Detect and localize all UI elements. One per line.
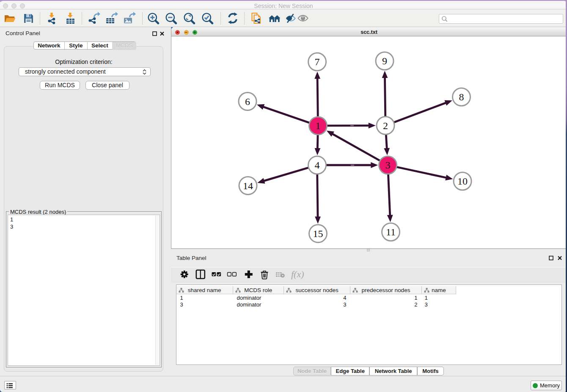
svg-text:9: 9	[382, 55, 387, 66]
svg-text:3: 3	[385, 160, 391, 171]
svg-text:1: 1	[316, 120, 321, 131]
svg-text:6: 6	[245, 96, 250, 107]
svg-text:8: 8	[459, 91, 464, 102]
svg-text:7: 7	[315, 56, 320, 67]
svg-text:14: 14	[243, 180, 253, 191]
svg-text:2: 2	[383, 120, 388, 131]
svg-text:15: 15	[313, 228, 323, 239]
svg-text:11: 11	[386, 226, 396, 237]
svg-text:10: 10	[457, 176, 468, 187]
svg-text:4: 4	[315, 160, 320, 171]
